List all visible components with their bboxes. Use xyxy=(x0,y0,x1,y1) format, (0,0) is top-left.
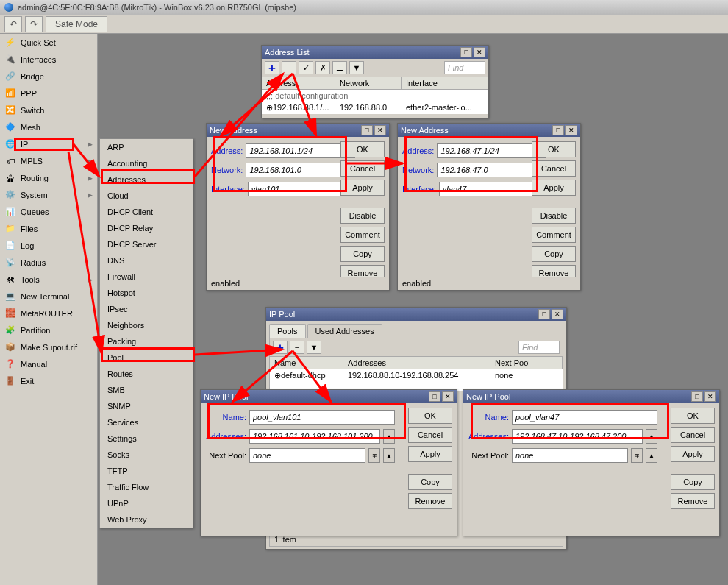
table-row[interactable]: ⊕default-dhcp 192.168.88.10-192.168.88.2… xyxy=(270,369,563,382)
find-input[interactable]: Find xyxy=(518,341,560,354)
submenu-item-snmp[interactable]: SNMP xyxy=(100,398,193,414)
cancel-button[interactable]: Cancel xyxy=(532,160,576,177)
submenu-item-dns[interactable]: DNS xyxy=(100,252,193,269)
disable-button[interactable]: ✗ xyxy=(315,61,330,74)
submenu-item-socks[interactable]: Socks xyxy=(100,447,193,463)
pool-addresses-input[interactable] xyxy=(249,429,380,444)
minimize-icon[interactable]: □ xyxy=(691,391,703,402)
minimize-icon[interactable]: □ xyxy=(552,125,564,135)
sidebar-item-queues[interactable]: 📊Queues xyxy=(0,203,97,220)
sidebar-item-make-supout.rif[interactable]: 📦Make Supout.rif xyxy=(0,338,97,355)
dropdown-icon[interactable]: ∓ xyxy=(631,448,643,463)
disable-button[interactable]: Disable xyxy=(532,208,576,224)
cancel-button[interactable]: Cancel xyxy=(340,160,385,177)
close-icon[interactable]: ✕ xyxy=(474,47,485,57)
minimize-icon[interactable]: □ xyxy=(361,125,373,135)
new-address-2-title[interactable]: New Address □ ✕ xyxy=(398,124,580,137)
sidebar-item-ip[interactable]: 🌐IP▶ xyxy=(0,135,97,152)
submenu-item-dhcp-client[interactable]: DHCP Client xyxy=(100,204,193,220)
ok-button[interactable]: OK xyxy=(340,141,385,157)
submenu-item-dhcp-server[interactable]: DHCP Server xyxy=(100,236,193,252)
submenu-item-addresses[interactable]: Addresses xyxy=(100,171,193,188)
tab-pools[interactable]: Pools xyxy=(269,324,306,338)
pool-name-input[interactable] xyxy=(512,410,657,425)
add-button[interactable]: + xyxy=(265,61,279,74)
pool-addresses-input[interactable] xyxy=(512,429,643,444)
ip-pool-title[interactable]: IP Pool □ ✕ xyxy=(266,308,566,321)
remove-button[interactable]: − xyxy=(282,61,296,74)
table-row[interactable]: ⊕192.168.88.1/... 192.168.88.0 ether2-ma… xyxy=(262,102,488,114)
submenu-item-neighbors[interactable]: Neighbors xyxy=(100,317,193,333)
sidebar-item-tools[interactable]: 🛠Tools▶ xyxy=(0,271,97,288)
sidebar-item-exit[interactable]: 🚪Exit xyxy=(0,372,97,389)
remove-button[interactable]: Remove xyxy=(408,493,452,509)
close-icon[interactable]: ✕ xyxy=(704,391,716,402)
close-icon[interactable]: ✕ xyxy=(374,125,386,135)
submenu-item-services[interactable]: Services xyxy=(100,414,193,430)
sidebar-item-interfaces[interactable]: 🔌Interfaces xyxy=(0,51,97,68)
sidebar-item-new-terminal[interactable]: 💻New Terminal xyxy=(0,288,97,305)
ok-button[interactable]: OK xyxy=(671,408,715,424)
filter-button[interactable]: ▼ xyxy=(307,341,321,354)
pool-next-input[interactable] xyxy=(512,448,628,463)
submenu-item-cloud[interactable]: Cloud xyxy=(100,188,193,204)
sidebar-item-quick-set[interactable]: ⚡Quick Set xyxy=(0,34,97,51)
new-ip-pool-1-title[interactable]: New IP Pool □ ✕ xyxy=(201,390,457,403)
enable-button[interactable]: ✓ xyxy=(299,61,313,74)
sidebar-item-switch[interactable]: 🔀Switch xyxy=(0,102,97,118)
submenu-item-packing[interactable]: Packing xyxy=(100,333,193,350)
minimize-icon[interactable]: □ xyxy=(429,391,440,402)
network-input[interactable] xyxy=(246,163,355,177)
submenu-item-dhcp-relay[interactable]: DHCP Relay xyxy=(100,220,193,236)
comment-button[interactable]: ☰ xyxy=(332,61,347,74)
redo-button[interactable]: ↷ xyxy=(25,16,43,32)
ok-button[interactable]: OK xyxy=(408,408,452,424)
copy-button[interactable]: Copy xyxy=(671,474,715,490)
cancel-button[interactable]: Cancel xyxy=(408,427,452,443)
sidebar-item-log[interactable]: 📄Log xyxy=(0,237,97,254)
sidebar-item-files[interactable]: 📁Files xyxy=(0,220,97,237)
new-address-1-title[interactable]: New Address □ ✕ xyxy=(207,124,389,137)
ok-button[interactable]: OK xyxy=(532,141,576,157)
safemode-button[interactable]: Safe Mode xyxy=(46,16,107,32)
pool-name-input[interactable] xyxy=(249,410,395,425)
pool-next-input[interactable] xyxy=(249,448,365,463)
submenu-item-settings[interactable]: Settings xyxy=(100,430,193,447)
sidebar-item-manual[interactable]: ❓Manual xyxy=(0,355,97,372)
minimize-icon[interactable]: □ xyxy=(460,47,472,57)
new-ip-pool-2-title[interactable]: New IP Pool □ ✕ xyxy=(463,390,719,403)
submenu-item-web-proxy[interactable]: Web Proxy xyxy=(100,511,193,528)
sidebar-item-ppp[interactable]: 📶PPP xyxy=(0,85,97,102)
undo-button[interactable]: ↶ xyxy=(4,16,22,32)
add-button[interactable]: + xyxy=(273,341,288,354)
comment-button[interactable]: Comment xyxy=(532,227,576,243)
sidebar-item-bridge[interactable]: 🔗Bridge xyxy=(0,68,97,85)
network-input[interactable] xyxy=(437,163,546,177)
submenu-item-routes[interactable]: Routes xyxy=(100,366,193,382)
sidebar-item-radius[interactable]: 📡Radius xyxy=(0,254,97,271)
copy-button[interactable]: Copy xyxy=(532,246,576,262)
remove-button[interactable]: Remove xyxy=(671,493,715,509)
submenu-item-smb[interactable]: SMB xyxy=(100,382,193,398)
sidebar-item-system[interactable]: ⚙️System▶ xyxy=(0,186,97,203)
apply-button[interactable]: Apply xyxy=(532,180,576,196)
sidebar-item-metarouter[interactable]: 🧱MetaROUTER xyxy=(0,305,97,322)
submenu-item-arp[interactable]: ARP xyxy=(100,139,193,155)
close-icon[interactable]: ✕ xyxy=(442,391,454,402)
submenu-item-pool[interactable]: Pool xyxy=(100,350,193,366)
submenu-item-hotspot[interactable]: Hotspot xyxy=(100,285,193,301)
apply-button[interactable]: Apply xyxy=(671,446,715,462)
submenu-item-accounting[interactable]: Accounting xyxy=(100,155,193,171)
close-icon[interactable]: ✕ xyxy=(552,309,563,319)
apply-button[interactable]: Apply xyxy=(408,446,452,462)
submenu-item-traffic-flow[interactable]: Traffic Flow xyxy=(100,479,193,495)
submenu-item-upnp[interactable]: UPnP xyxy=(100,495,193,511)
address-input[interactable] xyxy=(246,143,355,158)
dropdown-icon[interactable]: ▲ xyxy=(383,448,395,463)
dropdown-icon[interactable]: ♦ xyxy=(646,429,657,444)
filter-button[interactable]: ▼ xyxy=(349,61,364,74)
sidebar-item-mesh[interactable]: 🔷Mesh xyxy=(0,118,97,135)
window-title-address-list[interactable]: Address List □ ✕ xyxy=(262,46,488,59)
remove-button[interactable]: − xyxy=(290,341,304,354)
minimize-icon[interactable]: □ xyxy=(538,309,550,319)
